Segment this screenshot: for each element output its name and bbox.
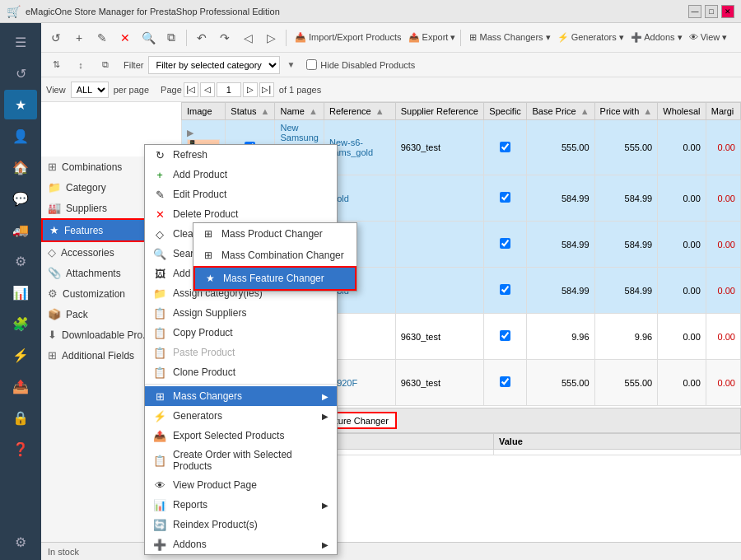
last-page-btn[interactable]: ▷| [259,82,274,97]
specific-checkbox[interactable] [500,142,510,152]
th-price-with[interactable]: Price with ▲ [594,103,658,120]
addons-label[interactable]: ➕ Addons ▾ [631,32,683,43]
category-icon: 📁 [48,181,61,194]
menu-item-view-page[interactable]: 👁 View Product Page [145,475,337,495]
menu-item-export[interactable]: 📤 Export Selected Products [145,426,337,446]
menu-label-edit: Edit Product [173,189,226,200]
menu-item-delete-product[interactable]: ✕ Delete Product [145,204,337,224]
minimize-button[interactable]: — [688,5,701,18]
expand-arrow[interactable]: ▶ [187,128,193,138]
submenu-label-feature-changer: Mass Feature Changer [223,273,324,284]
toolbar-redo-btn[interactable]: ↷ [215,28,235,48]
attachments-label: Attachments [66,268,121,279]
menu-item-mass-changers[interactable]: ⊞ Mass Changers ▶ [145,386,337,406]
sidebar-icon-lightning[interactable]: ⚡ [4,340,37,370]
th-wholesale[interactable]: Wholesal [658,103,706,120]
th-status[interactable]: Status ▲ [226,103,275,120]
sidebar-icon-menu[interactable]: ☰ [4,27,37,57]
reports-icon: 📊 [153,498,166,511]
th-specific[interactable]: Specific [484,103,527,120]
sidebar-icon-export[interactable]: 📤 [4,371,37,401]
th-name[interactable]: Name ▲ [275,103,324,120]
cell-price-with: 584.99 [594,268,658,314]
th-margin[interactable]: Margi [706,103,740,120]
sidebar-icon-help[interactable]: ❓ [4,434,37,464]
submenu-arrow-addons: ▶ [322,540,329,549]
menu-item-reports[interactable]: 📊 Reports ▶ [145,495,337,515]
toolbar-refresh-btn[interactable]: ↺ [46,28,66,48]
toolbar-delete-btn[interactable]: ✕ [115,28,135,48]
features-label: Features [64,225,103,236]
cell-specific [484,268,527,314]
specific-checkbox[interactable] [500,330,510,341]
menu-item-reindex[interactable]: 🔄 Reindex Product(s) [145,515,337,534]
menu-item-add-product[interactable]: + Add Product [145,165,337,184]
toolbar-search-btn[interactable]: 🔍 [138,28,158,48]
view-label[interactable]: 👁 View ▾ [689,32,728,43]
prev-page-btn[interactable]: ◁ [200,82,215,97]
toolbar-undo-btn[interactable]: ↶ [192,28,212,48]
filter-toggle-btn[interactable]: ⇅ [46,55,66,75]
category-label: Category [66,182,106,194]
menu-label-reports: Reports [173,499,207,511]
specific-checkbox[interactable] [500,284,510,295]
cell-price-with: 9.96 [594,314,658,360]
th-base-price[interactable]: Base Price ▲ [527,103,594,120]
menu-item-assign-suppliers[interactable]: 📋 Assign Suppliers [145,303,337,323]
sidebar-icon-settings[interactable]: ⚙ [4,246,37,276]
copy-icon: 📋 [153,326,166,339]
menu-item-refresh[interactable]: ↻ Refresh [145,145,337,165]
menu-item-edit-product[interactable]: ✎ Edit Product [145,184,337,204]
menu-item-addons[interactable]: ➕ Addons ▶ [145,534,337,554]
menu-item-copy-product[interactable]: 📋 Copy Product [145,323,337,343]
th-reference[interactable]: Reference ▲ [324,103,395,120]
submenu-item-combination-changer[interactable]: ⊞ Mass Combination Changer [193,245,357,266]
toolbar-copy-btn[interactable]: ⧉ [161,28,181,48]
filter-options-btn[interactable]: ⧉ [96,55,115,75]
close-button[interactable]: ✕ [721,5,734,18]
maximize-button[interactable]: □ [705,5,718,18]
cell-supplier-ref: 9630_test [395,120,484,175]
delete-icon: ✕ [153,208,166,221]
toolbar-main: ↺ + ✎ ✕ 🔍 ⧉ ↶ ↷ ◁ ▷ 📥 Import/Export Prod… [41,23,741,53]
toolbar-next-btn[interactable]: ▷ [261,28,281,48]
sidebar-icon-home[interactable]: 🏠 [4,152,37,182]
cell-base-price: 555.00 [527,120,594,175]
specific-checkbox[interactable] [500,376,510,387]
menu-item-clone-product[interactable]: 📋 Clone Product [145,362,337,382]
sidebar-icon-star[interactable]: ★ [4,90,37,119]
combinations-label: Combinations [62,161,122,173]
submenu-item-feature-changer[interactable]: ★ Mass Feature Changer [193,266,357,291]
sidebar-icon-plugins[interactable]: 🧩 [4,309,37,338]
next-page-btn[interactable]: ▷ [243,82,258,97]
hide-disabled-checkbox[interactable] [306,59,317,70]
menu-item-create-order[interactable]: 📋 Create Order with Selected Products [145,446,337,475]
toolbar-edit-btn[interactable]: ✎ [92,28,112,48]
sidebar-icon-refresh[interactable]: ↺ [4,58,37,88]
mass-changers-icon: ⊞ [153,390,166,403]
sidebar-icon-reports[interactable]: 📊 [4,278,37,307]
view-select[interactable]: ALL [71,82,109,98]
mass-changers-label[interactable]: ⊞ Mass Changers ▾ [469,32,550,43]
sidebar-icon-config[interactable]: ⚙ [4,527,37,557]
sort-btn[interactable]: ↕ [71,55,91,75]
menu-item-generators[interactable]: ⚡ Generators ▶ [145,406,337,426]
submenu-item-product-changer[interactable]: ⊞ Mass Product Changer [193,223,357,245]
th-supplier-ref[interactable]: Supplier Reference [395,103,484,120]
toolbar-prev-btn[interactable]: ◁ [238,28,258,48]
filter-select[interactable]: Filter by selected category [148,56,280,74]
sidebar-icon-shipping[interactable]: 🚚 [4,215,37,245]
sidebar: ☰ ↺ ★ 👤 🏠 💬 🚚 ⚙ 📊 🧩 ⚡ 📤 🔒 ❓ ⚙ [0,23,41,560]
generators-label[interactable]: ⚡ Generators ▾ [557,32,624,43]
sidebar-icon-lock[interactable]: 🔒 [4,403,37,432]
menu-label-delete: Delete Product [173,208,238,220]
export-label[interactable]: 📤 Export ▾ [408,32,456,43]
toolbar-add-btn[interactable]: + [69,28,89,48]
first-page-btn[interactable]: |◁ [184,82,198,97]
specific-checkbox[interactable] [500,192,510,203]
specific-checkbox[interactable] [500,238,510,249]
page-input[interactable] [217,82,241,97]
sidebar-icon-chat[interactable]: 💬 [4,184,37,213]
paste-icon: 📋 [153,346,166,359]
sidebar-icon-user[interactable]: 👤 [4,121,37,151]
